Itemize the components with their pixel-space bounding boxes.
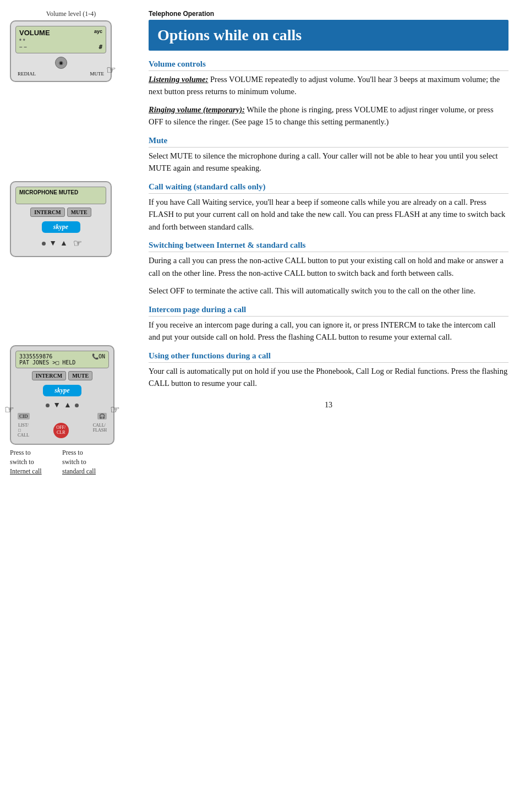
mute-screen: MICROPHONE MUTED xyxy=(15,187,106,204)
skype-logo-2-container: skype xyxy=(15,383,109,399)
volume-controls-heading: Volume controls xyxy=(149,59,508,71)
page: Volume level (1-4) VOLUME * * – – ayc # … xyxy=(0,0,525,812)
standard-link: standard call xyxy=(62,467,96,475)
intercm-button[interactable]: INTERCM xyxy=(30,208,64,217)
mute-label: MUTE xyxy=(90,71,105,77)
redial-label: REDIAL xyxy=(18,71,36,77)
other-functions-text: Your call is automatically put on hold i… xyxy=(149,365,508,390)
skype-logo: skype xyxy=(42,221,80,233)
section-label: Telephone Operation xyxy=(149,10,508,18)
device1-speaker-btn[interactable]: ◉ xyxy=(55,57,67,69)
internet-link: Internet call xyxy=(10,467,42,475)
mute-text: Select MUTE to silence the microphone du… xyxy=(149,150,508,175)
hash-symbol: # xyxy=(99,43,102,51)
hand-cursor-3l: ☞ xyxy=(4,403,14,416)
phone-device-1: VOLUME * * – – ayc # ◉ REDIAL MUTE ☞ xyxy=(10,20,112,82)
page-number: 13 xyxy=(149,401,508,410)
skype-logo-2: skype xyxy=(43,385,81,396)
hand-cursor-1: ☞ xyxy=(106,63,116,77)
call-waiting-text: If you have Call Waiting service, you'll… xyxy=(149,196,508,233)
ringing-label: Ringing volume (temporary): xyxy=(149,105,245,114)
listening-volume-para: Listening volume: Press VOLUME repeatedl… xyxy=(149,73,508,98)
device3-call-row: LIST/□ CALL OFF/CLR CALL/FLASH xyxy=(15,422,109,439)
intercom-heading: Intercom page during a call xyxy=(149,305,508,317)
off-clear-btn[interactable]: OFF/CLR xyxy=(53,423,69,438)
device3-intercm-btn[interactable]: INTERCM xyxy=(32,371,66,380)
press-standard-label: Press to switch to standard call xyxy=(62,448,114,476)
left-column: Volume level (1-4) VOLUME * * – – ayc # … xyxy=(0,0,138,812)
volume-indicator: ayc xyxy=(94,29,102,34)
nav-down[interactable]: ▼ xyxy=(49,239,57,248)
switch-to-1: switch to xyxy=(10,458,34,466)
volume-dashes: – – xyxy=(19,44,102,50)
call-left-group: LIST/□ CALL xyxy=(18,423,29,438)
nav-up-3[interactable]: ▲ xyxy=(64,401,72,410)
right-column: Telephone Operation Options while on cal… xyxy=(138,0,525,812)
call-label-l: CALL xyxy=(18,433,29,438)
mute-button[interactable]: MUTE xyxy=(67,208,91,217)
call-waiting-heading: Call waiting (standard calls only) xyxy=(149,182,508,194)
switching-text2: Select OFF to terminate the active call.… xyxy=(149,285,508,297)
device1-bottom-row: REDIAL MUTE xyxy=(15,71,106,77)
skype-logo-container: skype xyxy=(15,219,106,235)
speaker-icon: ◉ xyxy=(59,60,63,66)
headphone-label: 🎧 xyxy=(97,413,107,419)
device1-btn-row: ◉ xyxy=(15,57,106,69)
caller-name: PAT JONES >□ HELD xyxy=(19,359,75,366)
device3-fn-row: CID 🎧 xyxy=(15,412,109,421)
nav-dot-r3 xyxy=(75,404,79,407)
ringing-volume-para: Ringing volume (temporary): While the ph… xyxy=(149,103,508,128)
other-functions-heading: Using other functions during a call xyxy=(149,351,508,363)
phone-device-2: MICROPHONE MUTED INTERCM MUTE skype ▼ ▲ … xyxy=(10,181,112,257)
nav-up[interactable]: ▲ xyxy=(60,239,68,248)
call-flash-label: CALL/FLASH xyxy=(93,423,107,433)
device2-btn-row: INTERCM MUTE xyxy=(15,208,106,217)
off-clear-label: OFF/CLR xyxy=(56,426,65,435)
device3-btn-row: INTERCM MUTE xyxy=(15,371,109,380)
volume-text: VOLUME xyxy=(19,29,102,37)
press-internet-label: Press to switch to Internet call xyxy=(10,448,62,476)
press-to-2: Press to xyxy=(62,449,83,456)
switch-to-2: switch to xyxy=(62,458,86,466)
hand-cursor-3r: ☞ xyxy=(110,403,120,416)
mute-heading: Mute xyxy=(149,136,508,148)
switching-text1: During a call you can press the non-acti… xyxy=(149,254,508,279)
volume-label: Volume level (1-4) xyxy=(10,10,132,18)
screen-row-2: PAT JONES >□ HELD xyxy=(19,359,105,366)
phone-number: 3335559876 xyxy=(19,353,52,359)
nav-dot-left xyxy=(42,242,46,246)
phone-nav-2: ▼ ▲ ☞ xyxy=(15,237,106,249)
jones-screen: 3335559876 📞ON PAT JONES >□ HELD xyxy=(15,351,109,368)
press-labels: Press to switch to Internet call Press t… xyxy=(10,448,114,476)
volume-display: VOLUME * * – – ayc # xyxy=(15,26,106,53)
device3-mute-btn[interactable]: MUTE xyxy=(68,371,92,380)
listening-label: Listening volume: xyxy=(149,75,208,84)
list-label: LIST/□ xyxy=(18,423,29,433)
phone-nav-3: ▼ ▲ xyxy=(15,401,109,410)
intercom-text: If you receive an intercom page during a… xyxy=(149,319,508,344)
page-title: Options while on calls xyxy=(149,20,508,51)
hand-cursor-2: ☞ xyxy=(73,237,82,249)
cid-label: CID xyxy=(18,413,30,419)
nav-dot-l3 xyxy=(46,404,50,407)
muted-text: MICROPHONE MUTED xyxy=(19,189,102,195)
volume-bars: * * xyxy=(19,38,102,44)
on-status: 📞ON xyxy=(92,353,105,359)
nav-down-3[interactable]: ▼ xyxy=(53,401,61,410)
phone-device-3: 3335559876 📞ON PAT JONES >□ HELD INTERCM… xyxy=(10,345,114,445)
screen-row-1: 3335559876 📞ON xyxy=(19,353,105,359)
switching-heading: Switching between Internet & standard ca… xyxy=(149,241,508,252)
press-to-1: Press to xyxy=(10,449,31,456)
call-right-group: CALL/FLASH xyxy=(93,423,107,438)
